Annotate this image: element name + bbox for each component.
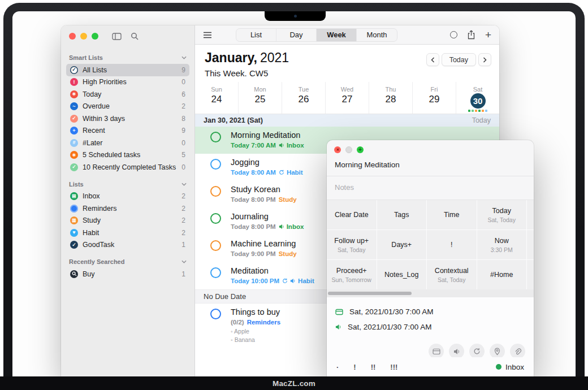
recently-searched-header[interactable]: Recently Searched — [69, 258, 187, 265]
task-list-badge: Inbox — [279, 142, 304, 149]
sidebar-toggle-icon — [112, 33, 122, 40]
year-label: 2021 — [260, 50, 289, 65]
task-subtitle: Today 8:00 PM Inbox — [231, 223, 304, 230]
add-task-button[interactable]: + — [485, 29, 491, 40]
zoom-button[interactable] — [92, 33, 98, 40]
quick-action-days-plus[interactable]: Days+ — [377, 230, 427, 259]
quick-action-home-tag[interactable]: #Home — [477, 260, 527, 289]
task-body: Jogging Today 8:00 AM Habit — [231, 158, 303, 176]
task-complete-toggle[interactable] — [210, 240, 221, 251]
sidebar-item-inbox[interactable]: ▤ Inbox 2 — [66, 190, 189, 203]
sidebar-item-label: All Lists — [83, 66, 181, 74]
sidebar-item-reminders[interactable]: Reminders 2 — [66, 202, 189, 215]
close-button[interactable] — [334, 146, 341, 153]
quick-action-time[interactable]: Time — [427, 200, 477, 229]
sidebar-item-count: 6 — [181, 90, 185, 98]
today-button[interactable]: Today — [442, 53, 476, 66]
task-complete-toggle[interactable] — [210, 309, 221, 319]
quick-action-today[interactable]: Today Sat, Today — [477, 200, 527, 229]
smart-lists-header[interactable]: Smart Lists — [69, 54, 187, 61]
macbook-mockup: Smart Lists ✓ All Lists 9 ! High Priorit… — [0, 0, 588, 390]
selected-day-circle: 30 — [470, 93, 486, 109]
scrollbar-thumb[interactable] — [328, 292, 412, 295]
minimize-button[interactable] — [345, 146, 352, 153]
sidebar-item-all-lists[interactable]: ✓ All Lists 9 — [66, 64, 189, 76]
minimize-button[interactable] — [80, 33, 87, 40]
sidebar-item-scheduled-tasks[interactable]: ∗ 5 Scheduled tasks 5 — [66, 149, 189, 162]
priority-none[interactable]: · — [336, 363, 339, 371]
progress-circle-button[interactable] — [450, 31, 457, 38]
task-complete-toggle[interactable] — [210, 159, 221, 170]
close-button[interactable] — [69, 33, 76, 40]
sidebar-item-high-priorities[interactable]: ! High Priorities 0 — [66, 76, 189, 89]
next-week-button[interactable] — [478, 53, 491, 66]
priority-medium[interactable]: !! — [371, 363, 376, 371]
repeat-icon — [282, 278, 288, 284]
quick-action-contextual[interactable]: Contextual Sat, Today — [427, 260, 477, 289]
sidebar-item-today[interactable]: ∗ Today 6 — [66, 88, 189, 101]
sidebar-item-goodtask[interactable]: ✓ GoodTask 1 — [66, 239, 189, 252]
tab-month[interactable]: Month — [357, 29, 397, 41]
sidebar-item-study[interactable]: ▥ Study 2 — [66, 215, 189, 227]
priority-low[interactable]: ! — [353, 363, 356, 371]
search-button[interactable] — [131, 32, 139, 40]
sidebar-toggle-button[interactable] — [112, 33, 122, 40]
search-icon — [131, 32, 139, 40]
menu-button[interactable] — [203, 32, 212, 38]
location-button[interactable] — [490, 344, 505, 359]
day-column-thu[interactable]: Thu 28 — [369, 82, 413, 114]
day-column-fri[interactable]: Fri 29 — [413, 82, 456, 114]
day-column-wed[interactable]: Wed 27 — [326, 82, 369, 114]
priority-high[interactable]: !!! — [390, 363, 397, 371]
quick-action-clear-date[interactable]: Clear Date — [327, 200, 377, 229]
notes-field[interactable]: Notes — [327, 176, 534, 200]
sidebar-item-count: 2 — [181, 205, 185, 213]
zoom-button[interactable] — [357, 146, 364, 153]
day-column-sun[interactable]: Sun 24 — [195, 82, 239, 114]
task-complete-toggle[interactable] — [210, 186, 221, 197]
quick-action-follow-up[interactable]: Follow up+ Sat, Today — [327, 230, 377, 259]
tab-week[interactable]: Week — [317, 29, 357, 41]
tab-list[interactable]: List — [236, 29, 276, 41]
sidebar-item-buy[interactable]: Buy 1 — [66, 268, 189, 280]
share-button[interactable] — [467, 30, 475, 40]
task-due: Today 10:00 PM — [231, 278, 279, 284]
day-column-mon[interactable]: Mon 25 — [239, 82, 282, 114]
date-card-button[interactable] — [429, 344, 444, 359]
quick-action-priority[interactable]: ! — [427, 230, 477, 259]
task-body: Morning Meditation Today 7:00 AM Inbox — [231, 131, 304, 149]
day-column-sat-selected[interactable]: Sat 30 — [456, 82, 499, 114]
due-date-row[interactable]: Sat, 2021/01/30 7:00 AM — [335, 304, 525, 319]
repeat-button[interactable] — [469, 344, 485, 359]
task-body: Things to buy (0/2) Reminders Apple B — [231, 307, 280, 344]
tab-day[interactable]: Day — [276, 29, 317, 41]
prev-week-button[interactable] — [426, 53, 439, 66]
alert-row[interactable]: Sat, 2021/01/30 7:00 AM — [335, 319, 525, 335]
task-detail-window: Morning Meditation Notes Clear Date Tags… — [327, 140, 534, 376]
sidebar-item-overdue[interactable]: ~ Overdue 2 — [66, 101, 189, 113]
quick-action-partial-cell[interactable] — [527, 260, 534, 289]
watermark: MacZL.com — [273, 379, 315, 388]
sidebar-item-within-3-days[interactable]: ✓ Within 3 days 8 — [66, 112, 189, 125]
day-column-tue[interactable]: Tue 26 — [282, 82, 326, 114]
quick-action-now[interactable]: Now 3:30 PM — [477, 230, 527, 259]
task-complete-toggle[interactable] — [210, 213, 221, 224]
quick-action-partial-cell[interactable] — [527, 230, 534, 259]
lists-header[interactable]: Lists — [69, 181, 187, 188]
sidebar-item-recently-completed[interactable]: ✓ 10 Recently Completed Tasks 0 — [66, 161, 189, 174]
task-complete-toggle[interactable] — [210, 267, 221, 278]
sidebar-item-later[interactable]: # #Later 0 — [66, 137, 189, 149]
list-selector[interactable]: Inbox — [496, 363, 524, 371]
task-body: Meditation Today 10:00 PM Habit — [231, 266, 314, 284]
task-complete-toggle[interactable] — [210, 132, 221, 142]
quick-action-tags[interactable]: Tags — [377, 200, 427, 229]
asterisk-icon: ∗ — [70, 151, 78, 159]
sidebar-item-recent[interactable]: + Recent 9 — [66, 125, 189, 137]
sidebar-item-habit[interactable]: ♥ Habit 2 — [66, 227, 189, 239]
alert-button[interactable] — [449, 344, 464, 359]
task-title-field[interactable]: Morning Meditation — [327, 153, 534, 176]
attachment-button[interactable] — [510, 344, 525, 359]
quick-action-proceed[interactable]: Proceed+ Sun, Tomorrow — [327, 260, 377, 289]
quick-action-partial-cell[interactable] — [527, 200, 534, 229]
quick-action-notes-log[interactable]: Notes_Log — [377, 260, 427, 289]
